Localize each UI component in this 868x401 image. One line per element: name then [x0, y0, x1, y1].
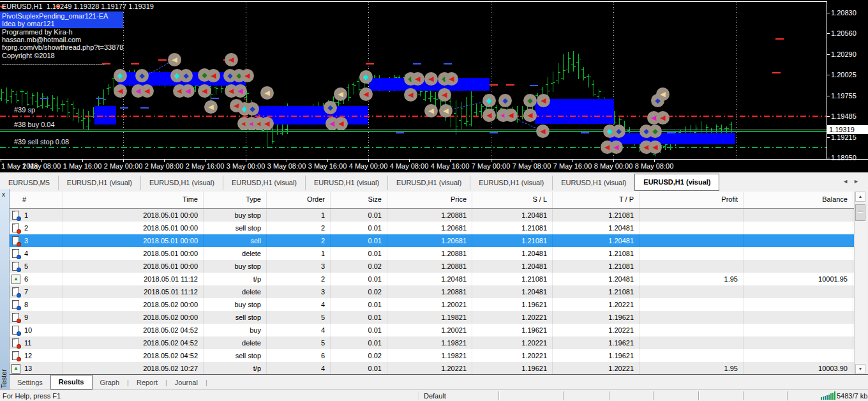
- column-header-price[interactable]: Price: [387, 192, 472, 208]
- table-row[interactable]: 112018.05.02 04:52delete50.011.198211.20…: [10, 337, 854, 349]
- chart-tab[interactable]: EURUSD,H1 (visual): [58, 176, 140, 190]
- table-row[interactable]: 82018.05.02 00:00buy stop40.011.200211.1…: [10, 298, 854, 311]
- scrollbar-thumb[interactable]: [855, 204, 865, 221]
- column-header-order[interactable]: Order: [267, 192, 331, 208]
- tester-tab-settings[interactable]: Settings: [10, 376, 50, 389]
- column-header-balance[interactable]: Balance: [744, 192, 853, 208]
- cell-size: 0.01: [331, 247, 387, 260]
- table-row[interactable]: 122018.05.02 04:52sell stop60.021.198211…: [10, 349, 854, 362]
- connection-bars-icon: [832, 393, 834, 400]
- status-separator: [498, 391, 499, 400]
- column-header-size[interactable]: Size: [331, 192, 387, 208]
- cell-type: buy stop: [204, 298, 267, 311]
- buy-order-icon: [11, 287, 21, 297]
- table-row[interactable]: 92018.05.02 00:00sell stop50.011.198211.…: [10, 311, 854, 324]
- cell-profit: [640, 234, 744, 247]
- cell-order: 5: [267, 311, 331, 324]
- chart-tab[interactable]: EURUSD,H1 (visual): [634, 174, 719, 191]
- cell-order: 6: [267, 349, 331, 362]
- cell-time: 2018.05.01 11:12: [63, 285, 204, 298]
- table-row[interactable]: ▲132018.05.02 10:27t/p40.011.202211.1962…: [10, 362, 854, 375]
- cell-size: 0.01: [331, 209, 387, 222]
- time-axis-label: 4 May 16:00: [431, 162, 470, 170]
- price-axis-label: 1.20290: [831, 50, 857, 58]
- cell-time: 2018.05.01 00:00: [63, 247, 204, 260]
- chart-plot-area[interactable]: ◆◆◆◆◀◀◀◀◀◀◀◆◀◀◆◆◀◀◀◀◀◀◆◆◀◀◀◀◆◀◀◀◆◀◆◀◀◆◀◀…: [0, 0, 827, 159]
- arrow-left-red-icon: ◀: [264, 120, 269, 127]
- candle-close-tick: [584, 77, 586, 78]
- chart-tab[interactable]: EURUSD,H1 (visual): [387, 176, 470, 190]
- trade-marker-icon: ◀: [483, 109, 496, 122]
- tab-scroll-arrows[interactable]: ◄►: [842, 178, 864, 185]
- table-scrollbar[interactable]: ▲ ▼: [854, 192, 866, 374]
- scroll-up-icon[interactable]: ▲: [855, 192, 865, 202]
- candle-close-tick: [247, 93, 249, 94]
- chart-tab[interactable]: EURUSD,H1 (visual): [305, 176, 387, 190]
- chart-tab[interactable]: EURUSD,H1 (visual): [140, 176, 223, 190]
- trade-level-label: #39 sell stop 0.08: [14, 138, 69, 146]
- table-row[interactable]: 42018.05.01 00:00delete10.011.208811.204…: [10, 247, 854, 260]
- tester-tab-report[interactable]: Report: [129, 376, 165, 389]
- candle-open-tick: [541, 89, 542, 89]
- cell-profit: [640, 247, 744, 260]
- status-separator: [609, 391, 610, 400]
- cell-size: 0.02: [331, 285, 387, 298]
- candle-open-tick: [576, 62, 578, 63]
- trade-marker-icon: ◀: [656, 87, 670, 101]
- candle: [83, 109, 84, 130]
- cell-balance: [744, 260, 853, 273]
- column-header-sl[interactable]: S / L: [472, 192, 553, 208]
- candle-open-tick: [423, 99, 425, 100]
- candle-close-tick: [599, 91, 601, 92]
- trade-marker-icon: ◆: [498, 94, 512, 107]
- candle: [57, 96, 58, 112]
- time-axis[interactable]: 1 May 20181 May 08:001 May 16:002 May 00…: [0, 159, 868, 172]
- arrow-left-yellow-icon: ◀: [338, 91, 343, 98]
- tester-tab-journal[interactable]: Journal: [167, 376, 206, 389]
- column-header-tp[interactable]: T / P: [553, 192, 640, 208]
- scroll-down-icon[interactable]: ▼: [855, 364, 865, 374]
- sell-order-icon: [11, 351, 21, 361]
- candle-close-tick: [22, 91, 24, 92]
- status-separator: [698, 391, 699, 400]
- diamond-blue-icon: ◆: [139, 72, 144, 79]
- candle-close-tick: [421, 91, 423, 92]
- candle-close-tick: [109, 87, 111, 88]
- column-header-[interactable]: #: [10, 192, 63, 208]
- column-header-profit[interactable]: Profit: [640, 192, 744, 208]
- table-row[interactable]: 12018.05.01 00:00buy stop10.011.208811.2…: [10, 209, 854, 222]
- tester-tab-results[interactable]: Results: [50, 375, 93, 390]
- candle: [73, 102, 73, 121]
- candle-open-tick: [352, 84, 354, 85]
- chart-tab[interactable]: EURUSD,H1 (visual): [223, 176, 305, 190]
- arrow-left-magenta-icon: ◀: [185, 87, 190, 95]
- chart-tab[interactable]: EURUSD,M5: [0, 176, 58, 190]
- candle-open-tick: [45, 106, 47, 107]
- chart-tab[interactable]: EURUSD,H1 (visual): [470, 176, 552, 190]
- table-row[interactable]: ▲62018.05.01 11:12t/p20.011.204811.21081…: [10, 273, 854, 285]
- table-row[interactable]: 52018.05.01 00:00buy stop30.021.208811.2…: [10, 260, 854, 273]
- trade-marker-icon: ◀: [439, 104, 453, 117]
- chart-border-right: [827, 1, 827, 160]
- cell-sl: 1.20221: [472, 337, 553, 349]
- table-row[interactable]: 72018.05.01 11:12delete30.021.208811.204…: [10, 285, 854, 298]
- table-row[interactable]: 102018.05.02 04:52buy40.011.200211.19621…: [10, 324, 854, 337]
- candle-close-tick: [477, 114, 479, 114]
- table-row[interactable]: 22018.05.01 00:00sell stop20.011.206811.…: [10, 222, 854, 234]
- column-header-time[interactable]: Time: [63, 192, 204, 208]
- column-header-type[interactable]: Type: [204, 192, 267, 208]
- connection-bars-icon: [821, 397, 822, 400]
- candle-open-tick: [546, 84, 548, 85]
- order-level-dash: [581, 132, 589, 133]
- chart-tab[interactable]: EURUSD,H1 (visual): [552, 176, 634, 190]
- close-tester-button[interactable]: x: [2, 191, 8, 198]
- table-row[interactable]: 32018.05.01 00:00sell20.011.206811.21081…: [10, 234, 854, 247]
- trade-close-icon: ▲: [11, 364, 21, 374]
- trade-level-line: [0, 147, 827, 148]
- tester-tab-graph[interactable]: Graph: [93, 376, 128, 389]
- arrow-left-red-icon: ◀: [363, 91, 368, 98]
- cell-type: t/p: [204, 362, 267, 375]
- cell-size: 0.01: [331, 234, 387, 247]
- cell-sl: 1.19621: [472, 324, 553, 337]
- candle-close-tick: [431, 96, 433, 97]
